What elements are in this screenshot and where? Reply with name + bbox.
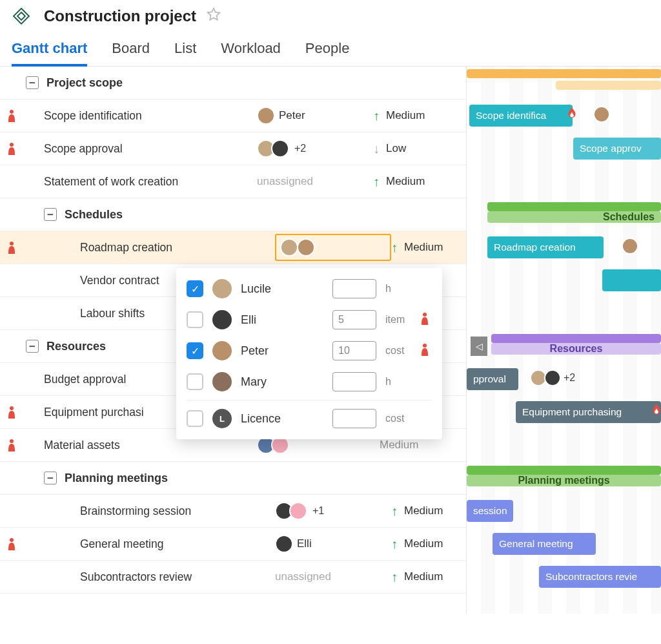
assignee-cell[interactable]: +1 — [275, 502, 391, 520]
priority-cell[interactable]: ↓ Low — [373, 141, 466, 156]
svg-point-2 — [10, 242, 14, 245]
avatar-icon — [212, 279, 232, 298]
popup-row[interactable]: L Licence cost — [176, 403, 442, 434]
view-tabs: Gantt chart Board List Workload People — [0, 26, 661, 67]
arrow-up-icon: ↑ — [373, 109, 380, 123]
arrow-up-icon: ↑ — [391, 570, 398, 585]
divider — [187, 400, 432, 400]
checkbox[interactable] — [187, 373, 203, 390]
gantt-pane[interactable]: Scope identifica Scope approv Schedules … — [466, 67, 661, 614]
popup-row[interactable]: ✓ Peter cost — [176, 335, 442, 366]
unit-label: h — [385, 283, 411, 295]
collapse-icon[interactable]: − — [26, 340, 39, 353]
task-row[interactable]: Scope identification Peter ↑ Medium ⋮ — [0, 99, 466, 132]
task-list-pane: − Project scope Scope identification Pet… — [0, 67, 466, 614]
gantt-bar[interactable] — [602, 269, 661, 291]
task-row-selected[interactable]: Roadmap creation ↑ Medium ⋮ — [0, 231, 466, 264]
checkbox[interactable]: ✓ — [187, 280, 203, 297]
hours-input[interactable] — [332, 341, 376, 360]
favorite-star-icon[interactable] — [207, 7, 221, 25]
task-row[interactable]: Statement of work creation unassigned ↑ … — [0, 165, 466, 198]
task-name: Material assets — [44, 439, 120, 452]
nav-left-icon[interactable]: ◁ — [471, 337, 487, 356]
task-row[interactable]: Scope approval +2 ↓ Low ⋮ — [0, 132, 466, 165]
priority-cell[interactable]: ↑ Medium — [373, 109, 466, 123]
assignee-cell-active[interactable] — [275, 234, 391, 261]
tab-list[interactable]: List — [174, 40, 196, 66]
tab-workload[interactable]: Workload — [221, 40, 281, 66]
task-row[interactable]: Brainstorming session +1 ↑ Medium ⋮ — [0, 495, 466, 528]
priority-cell[interactable]: ↑ Medium — [391, 504, 466, 519]
checkbox[interactable]: ✓ — [187, 342, 203, 359]
svg-point-1 — [10, 143, 14, 147]
gantt-bar[interactable]: Equipment purchasing — [516, 401, 661, 423]
assignee-cell[interactable]: Peter — [257, 107, 373, 125]
task-name: General meeting — [80, 537, 163, 551]
priority-cell[interactable]: ↑ Medium — [373, 174, 466, 189]
collapse-icon[interactable]: − — [44, 472, 57, 484]
gantt-bar[interactable]: session — [467, 500, 513, 522]
tab-people[interactable]: People — [305, 40, 350, 66]
gantt-bar-summary[interactable] — [467, 466, 661, 475]
avatar-icon — [544, 369, 561, 386]
collapse-icon[interactable]: − — [44, 208, 57, 221]
assignee-cell[interactable]: unassigned — [257, 175, 373, 188]
task-name: Scope approval — [44, 142, 123, 156]
hours-input[interactable] — [332, 279, 376, 298]
gantt-bar-summary[interactable] — [556, 81, 661, 90]
priority-label: Medium — [386, 175, 425, 188]
gantt-bar-label: Resources — [491, 343, 661, 355]
popup-row[interactable]: Elli item — [176, 304, 442, 335]
tab-gantt-chart[interactable]: Gantt chart — [12, 40, 87, 66]
gantt-bar[interactable]: Scope identifica — [469, 105, 573, 127]
bar-label: session — [473, 505, 507, 517]
task-name: Scope identification — [44, 109, 142, 123]
bar-label: Scope approv — [580, 143, 642, 154]
priority-cell[interactable]: ↑ Medium — [391, 537, 466, 552]
task-name: Roadmap creation — [80, 241, 172, 254]
hours-input[interactable] — [332, 310, 376, 329]
priority-cell[interactable]: ↑ Medium — [391, 240, 466, 255]
group-row-planning[interactable]: − Planning meetings — [0, 462, 466, 495]
checkbox[interactable] — [187, 410, 203, 427]
assignee-name: Elli — [297, 537, 312, 550]
svg-point-5 — [10, 538, 14, 542]
avatar-icon — [257, 107, 275, 125]
gantt-bar[interactable]: Scope approv — [573, 138, 661, 160]
hours-input[interactable] — [332, 372, 376, 391]
hours-input[interactable] — [332, 409, 376, 428]
svg-point-4 — [10, 439, 14, 443]
popup-row[interactable]: ✓ Lucile h — [176, 273, 442, 304]
group-row-project-scope[interactable]: − Project scope — [0, 67, 466, 99]
gantt-bar[interactable]: Roadmap creation — [487, 236, 604, 258]
collapse-icon[interactable]: − — [26, 76, 39, 89]
unit-label: cost — [385, 413, 411, 424]
gantt-bar-summary[interactable] — [487, 202, 661, 211]
assignee-cell[interactable]: +2 — [257, 140, 373, 158]
popup-row[interactable]: Mary h — [176, 366, 442, 397]
group-row-schedules[interactable]: − Schedules — [0, 198, 466, 231]
bar-label: General meeting — [499, 538, 573, 550]
priority-label: Medium — [404, 504, 443, 517]
bar-label: Resources — [550, 343, 603, 355]
person-name: Lucile — [241, 282, 323, 296]
task-row[interactable]: Subcontractors review unassigned ↑ Mediu… — [0, 561, 466, 594]
checkbox[interactable] — [187, 311, 203, 328]
person-name: Elli — [241, 313, 323, 327]
bar-label: Planning meetings — [518, 475, 609, 486]
person-icon — [6, 406, 17, 419]
gantt-bar[interactable]: Subcontractors revie — [539, 566, 661, 588]
bar-label: Schedules — [603, 211, 655, 223]
assignee-cell[interactable]: unassigned — [275, 570, 391, 583]
priority-label: Medium — [404, 241, 443, 254]
task-row[interactable]: General meeting Elli ↑ Medium ⋮ — [0, 528, 466, 561]
tab-board[interactable]: Board — [112, 40, 150, 66]
gantt-bar-summary[interactable] — [491, 334, 661, 343]
gantt-bar[interactable]: pproval — [467, 368, 518, 390]
flame-icon — [649, 402, 661, 417]
gantt-bar-summary[interactable] — [467, 69, 661, 78]
priority-cell[interactable]: ↑ Medium — [391, 570, 466, 585]
priority-cell[interactable]: Medium — [373, 439, 466, 452]
assignee-cell[interactable]: Elli — [275, 535, 391, 553]
gantt-bar[interactable]: General meeting — [493, 533, 596, 555]
